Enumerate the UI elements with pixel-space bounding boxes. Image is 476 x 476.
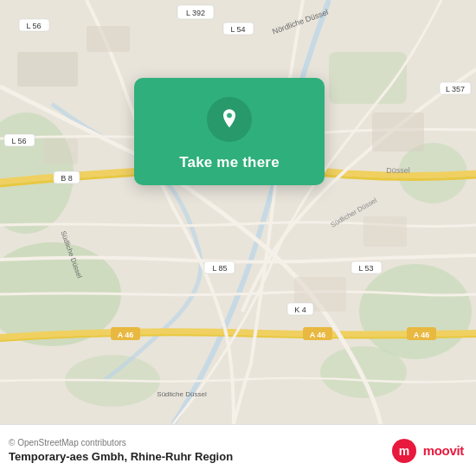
- map-container: L 392 L 54 L 56 L 56 B 8 L 85 L 53 K 4 L…: [0, 0, 476, 424]
- bottom-bar: © OpenStreetMap contributors Temporary-a…: [0, 424, 476, 476]
- moovit-text: moovit: [423, 443, 464, 458]
- svg-text:L 56: L 56: [11, 137, 26, 145]
- svg-text:L 357: L 357: [446, 85, 465, 93]
- svg-text:L 392: L 392: [186, 9, 205, 17]
- moovit-logo: m moovit: [390, 437, 464, 465]
- svg-text:L 53: L 53: [358, 264, 373, 273]
- svg-text:K 4: K 4: [294, 306, 306, 314]
- svg-point-43: [227, 113, 232, 118]
- svg-text:A 46: A 46: [310, 331, 326, 339]
- svg-text:B 8: B 8: [61, 174, 73, 183]
- svg-point-6: [320, 346, 407, 398]
- pin-icon: [217, 107, 241, 132]
- svg-rect-10: [372, 113, 424, 151]
- svg-text:Düssel: Düssel: [386, 166, 410, 175]
- svg-text:L 54: L 54: [230, 25, 245, 34]
- svg-text:L 85: L 85: [212, 264, 227, 273]
- osm-credit: © OpenStreetMap contributors: [9, 438, 233, 447]
- moovit-brand-icon: m: [390, 437, 418, 465]
- svg-rect-11: [363, 216, 407, 247]
- cta-label: Take me there: [179, 154, 280, 171]
- svg-text:A 46: A 46: [414, 331, 430, 339]
- svg-rect-8: [17, 52, 78, 87]
- svg-rect-13: [43, 138, 78, 164]
- pin-icon-wrap: [207, 97, 252, 142]
- cta-card[interactable]: Take me there: [134, 78, 325, 185]
- svg-text:Südliche Düssel: Südliche Düssel: [157, 390, 207, 398]
- svg-text:m: m: [398, 444, 408, 458]
- svg-point-3: [359, 264, 472, 359]
- svg-text:L 56: L 56: [26, 22, 41, 30]
- location-name: Temporary-aes Gmbh, Rhine-Ruhr Region: [9, 450, 233, 463]
- svg-rect-9: [87, 26, 130, 52]
- bottom-left: © OpenStreetMap contributors Temporary-a…: [9, 438, 233, 463]
- svg-text:A 46: A 46: [118, 331, 134, 339]
